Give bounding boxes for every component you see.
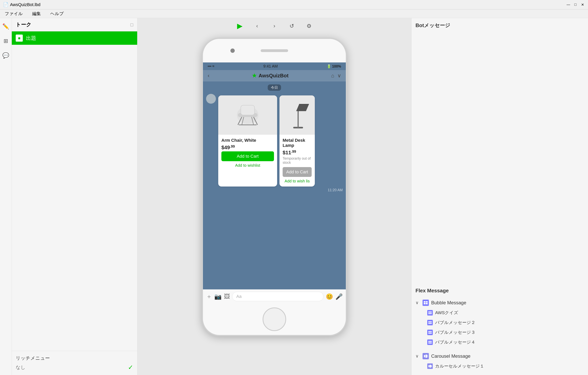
title-bar: 📄 AwsQuizBot.lbd — □ ✕ bbox=[0, 0, 588, 10]
chat-content: Arm Chair, White $49.99 Add to Cart Add … bbox=[203, 94, 346, 289]
talk-item[interactable]: ■ 出題 bbox=[12, 32, 137, 45]
mic-icon[interactable]: 🎤 bbox=[336, 293, 343, 300]
bubble-child-2[interactable]: バブルメッセージ３ bbox=[427, 328, 584, 337]
bubble-child-0[interactable]: AWSクイズ bbox=[427, 308, 584, 318]
product-name-2: Metal Desk Lamp bbox=[283, 138, 312, 148]
right-panel: Botメッセージ Flex Message ∨ Bubble Message bbox=[411, 18, 588, 375]
product-image-1 bbox=[218, 96, 277, 135]
svg-rect-14 bbox=[424, 303, 426, 304]
menu-file[interactable]: ファイル bbox=[3, 10, 24, 18]
date-badge: 今日 bbox=[203, 81, 346, 94]
flex-message-section: Flex Message ∨ Bubble Message bbox=[416, 288, 584, 371]
chat-header-icons: ⌂ ∨ bbox=[331, 73, 341, 79]
menu-bar: ファイル 編集 ヘルプ bbox=[0, 10, 588, 18]
signal-strength: ▪▪▪ ≈ bbox=[208, 64, 214, 68]
carousel-message-label: Carousel Message bbox=[431, 354, 471, 359]
phone-camera bbox=[231, 49, 235, 53]
svg-rect-32 bbox=[430, 343, 431, 343]
app-icon: 📄 bbox=[3, 2, 9, 7]
chevron-down-icon[interactable]: ∨ bbox=[337, 73, 341, 79]
rich-menu-section: リッチメニュー なし ✓ bbox=[12, 351, 137, 375]
bubble-child-icon-1 bbox=[427, 320, 433, 325]
bubble-child-3[interactable]: バブルメッセージ４ bbox=[427, 337, 584, 347]
wishlist-link-1[interactable]: Add to wishlist bbox=[221, 163, 274, 168]
bubble-message-tree-item[interactable]: ∨ Bubble Message bbox=[416, 298, 584, 308]
bubble-child-1[interactable]: バブルメッセージ２ bbox=[427, 318, 584, 328]
emoji-icon[interactable]: 😊 bbox=[326, 293, 333, 300]
add-to-cart-button-1[interactable]: Add to Cart bbox=[221, 151, 274, 161]
message-group: Arm Chair, White $49.99 Add to Cart Add … bbox=[206, 94, 343, 186]
carousel-message-tree-item[interactable]: ∨ Carousel Message bbox=[416, 351, 584, 361]
right-panel-title: Botメッセージ bbox=[416, 22, 584, 29]
title-bar-controls: — □ ✕ bbox=[566, 2, 585, 7]
settings-button[interactable]: ⚙ bbox=[304, 21, 314, 31]
image-icon[interactable]: 🖼 bbox=[224, 293, 230, 300]
svg-rect-26 bbox=[429, 332, 430, 334]
svg-rect-25 bbox=[429, 331, 430, 332]
phone-mockup: ▪▪▪ ≈ 9:41 AM 🔋 100% ‹ ★ AwsQuizBot ⌂ bbox=[202, 38, 347, 336]
phone-container: ▪▪▪ ≈ 9:41 AM 🔋 100% ‹ ★ AwsQuizBot ⌂ bbox=[137, 34, 411, 375]
chat-header: ‹ ★ AwsQuizBot ⌂ ∨ bbox=[203, 70, 346, 81]
svg-rect-34 bbox=[426, 354, 427, 358]
star-icon: ★ bbox=[252, 73, 256, 79]
carousel-child-label-0: カルーセルメッセージ１ bbox=[435, 363, 484, 369]
menu-edit[interactable]: 編集 bbox=[31, 10, 42, 18]
grid-icon[interactable]: ⊞ bbox=[1, 36, 10, 45]
svg-rect-13 bbox=[424, 301, 426, 302]
icon-bar: ✏️ ⊞ 💬 bbox=[0, 18, 12, 375]
status-time: 9:41 AM bbox=[263, 64, 278, 68]
products-row: Arm Chair, White $49.99 Add to Cart Add … bbox=[218, 96, 315, 186]
product-info-1: Arm Chair, White $49.99 Add to Cart Add … bbox=[218, 135, 277, 171]
rich-menu-title: リッチメニュー bbox=[16, 355, 133, 361]
svg-rect-20 bbox=[430, 313, 431, 314]
plus-icon[interactable]: ＋ bbox=[206, 292, 212, 300]
svg-rect-28 bbox=[430, 332, 431, 334]
back-button[interactable]: ‹ bbox=[252, 21, 262, 31]
wishlist-link-2[interactable]: Add to wish lis bbox=[283, 179, 312, 183]
menu-help[interactable]: ヘルプ bbox=[49, 10, 65, 18]
bubble-child-label-0: AWSクイズ bbox=[435, 310, 458, 316]
bubble-message-icon bbox=[422, 300, 429, 306]
center-area: ▶ ‹ › ↺ ⚙ ▪▪▪ ≈ 9:41 AM bbox=[137, 18, 411, 375]
play-button[interactable]: ▶ bbox=[235, 21, 244, 31]
home-button[interactable] bbox=[262, 308, 286, 331]
svg-rect-9 bbox=[297, 111, 299, 128]
carousel-child-0[interactable]: カルーセルメッセージ１ bbox=[427, 361, 584, 371]
refresh-button[interactable]: ↺ bbox=[287, 21, 296, 31]
svg-rect-35 bbox=[428, 355, 428, 357]
phone-top bbox=[203, 39, 346, 63]
chat-icon[interactable]: 💬 bbox=[1, 51, 10, 60]
edit-icon[interactable]: ✏️ bbox=[1, 22, 10, 31]
svg-rect-21 bbox=[429, 321, 430, 322]
camera-icon[interactable]: 📷 bbox=[214, 293, 221, 300]
home-icon[interactable]: ⌂ bbox=[331, 73, 334, 79]
bubble-child-label-1: バブルメッセージ２ bbox=[435, 320, 475, 325]
add-to-cart-button-2[interactable]: Add to Cart bbox=[283, 167, 312, 177]
lamp-svg bbox=[282, 99, 313, 131]
svg-rect-37 bbox=[430, 365, 431, 367]
back-icon[interactable]: ‹ bbox=[208, 73, 210, 79]
window-title: AwsQuizBot.lbd bbox=[10, 2, 41, 7]
bubble-child-label-2: バブルメッセージ３ bbox=[435, 330, 475, 335]
product-image-2 bbox=[280, 96, 315, 135]
price-main-1: $49 bbox=[221, 144, 230, 150]
svg-rect-31 bbox=[430, 341, 431, 342]
minimize-button[interactable]: — bbox=[566, 2, 571, 7]
close-button[interactable]: ✕ bbox=[580, 2, 585, 7]
price-cents-2: .99 bbox=[291, 150, 296, 153]
talk-item-icon: ■ bbox=[16, 34, 23, 42]
bubble-child-icon-3 bbox=[427, 340, 433, 345]
carousel-collapse-icon: ∨ bbox=[416, 354, 420, 359]
bubble-child-icon-0 bbox=[427, 310, 433, 315]
panel-close-icon[interactable]: □ bbox=[130, 22, 134, 28]
product-info-2: Metal Desk Lamp $11.99 Temporarily out o… bbox=[280, 135, 315, 186]
left-panel-header: トーク □ bbox=[12, 18, 137, 32]
flex-message-title: Flex Message bbox=[416, 288, 584, 294]
forward-button[interactable]: › bbox=[270, 21, 279, 31]
phone-screen: ▪▪▪ ≈ 9:41 AM 🔋 100% ‹ ★ AwsQuizBot ⌂ bbox=[203, 63, 346, 303]
svg-rect-19 bbox=[430, 311, 431, 312]
svg-rect-29 bbox=[429, 341, 430, 342]
rich-menu-text: なし bbox=[16, 364, 25, 371]
chat-input[interactable]: Aa bbox=[232, 292, 324, 301]
restore-button[interactable]: □ bbox=[573, 2, 578, 7]
